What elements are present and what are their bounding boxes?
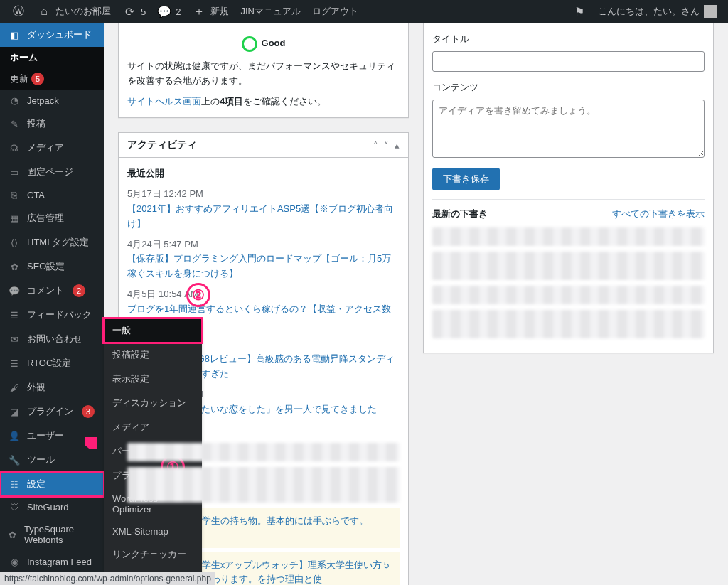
submenu-home[interactable]: ホーム <box>0 47 104 68</box>
plugins-badge: 3 <box>82 405 95 418</box>
site-health-text: サイトの状態は健康ですが、まだパフォーマンスやセキュリティを改善する余地がありま… <box>127 59 400 89</box>
menu-tools[interactable]: 🔧ツール <box>0 448 104 472</box>
wordpress-icon: ⓦ <box>11 4 26 18</box>
menu-ads[interactable]: ▦広告管理 <box>0 206 104 230</box>
menu-typesquare[interactable]: ✿TypeSquare Webfonts <box>0 518 104 551</box>
blur-row <box>432 227 705 246</box>
flag-icon: ⚑ <box>572 4 587 18</box>
font-icon: ✿ <box>7 530 18 540</box>
admin-bar: ⓦ ⌂たいのお部屋 ⟳5 💬2 ＋新規 JINマニュアル ログアウト ⚑ こんに… <box>0 0 728 23</box>
menu-cta[interactable]: ⎘CTA <box>0 184 104 206</box>
activity-link[interactable]: 【2021年】おすすめアフィリエイトASP5選【※ブログ初心者向け】 <box>127 202 400 232</box>
flyout-xmlsitemap[interactable]: XML-Sitemap <box>104 520 202 542</box>
menu-instagram[interactable]: ◉Instagram Feed <box>0 551 104 573</box>
jetpack-icon: ◔ <box>7 95 21 106</box>
submenu-dashboard: ホーム 更新5 <box>0 47 104 90</box>
instagram-icon: ◉ <box>7 557 21 567</box>
menu-pages[interactable]: ▭固定ページ <box>0 160 104 184</box>
new-label: 新規 <box>210 5 229 18</box>
health-circle-icon <box>242 36 257 52</box>
media-icon: ☊ <box>7 143 21 154</box>
mail-icon: ✉ <box>7 334 21 345</box>
draft-title-input[interactable] <box>432 51 705 72</box>
recent-publish-heading: 最近公開 <box>127 166 400 181</box>
comments-count: 2 <box>176 6 181 17</box>
shield-icon: 🛡 <box>7 502 21 512</box>
activity-date: 4月24日 5:47 PM <box>127 237 400 252</box>
quick-draft-box: タイトル コンテンツ 下書き保存 最新の下書き すべての下書きを表示 <box>423 23 714 353</box>
admin-sidebar: ◧ダッシュボード ホーム 更新5 ◔Jetpack ✎投稿 ☊メディア ▭固定ペ… <box>0 23 104 585</box>
flyout-general[interactable]: 一般 <box>104 318 202 343</box>
menu-html-tag[interactable]: ⟨⟩HTMLタグ設定 <box>0 230 104 254</box>
submenu-updates[interactable]: 更新5 <box>0 68 104 90</box>
jin-manual-link[interactable]: JINマニュアル <box>235 0 306 23</box>
title-label: タイトル <box>432 32 705 47</box>
flyout-writing[interactable]: 投稿設定 <box>104 343 202 367</box>
site-name[interactable]: ⌂たいのお部屋 <box>31 0 117 23</box>
flyout-media[interactable]: メディア <box>104 415 202 439</box>
home-icon: ⌂ <box>37 4 51 18</box>
site-health-link-line: サイトヘルス画面上の4項目をご確認ください。 <box>127 95 400 109</box>
pin-icon: ✎ <box>7 119 21 129</box>
status-bar-url: https://taichinoblog.com/wp-admin/option… <box>0 572 215 585</box>
comments-link[interactable]: 💬2 <box>151 0 186 23</box>
content-label: コンテンツ <box>432 80 705 95</box>
flyout-reading[interactable]: 表示設定 <box>104 367 202 391</box>
view-all-drafts-link[interactable]: すべての下書きを表示 <box>612 207 705 222</box>
blur-row <box>432 310 705 338</box>
user-icon: 👤 <box>7 431 21 441</box>
new-content[interactable]: ＋新規 <box>186 0 235 23</box>
activity-row: 4月24日 5:47 PM【保存版】プログラミング入門のロードマップ【ゴール：月… <box>127 237 400 281</box>
site-health-link[interactable]: サイトヘルス画面 <box>127 96 201 107</box>
blur-row <box>432 252 705 280</box>
update-icon: ⟳ <box>122 4 136 18</box>
menu-feedback[interactable]: ☰フィードバック <box>0 303 104 327</box>
draft-content-textarea[interactable] <box>432 100 705 158</box>
logout-link[interactable]: ログアウト <box>306 0 364 23</box>
sliders-icon: ☷ <box>7 479 21 490</box>
dashboard-icon: ◧ <box>7 30 21 41</box>
flyout-linkchecker[interactable]: リンクチェッカー <box>104 542 202 567</box>
toggle-icon[interactable]: ▴ <box>395 140 400 151</box>
comment-icon: 💬 <box>157 4 171 18</box>
menu-jetpack[interactable]: ◔Jetpack <box>0 90 104 112</box>
move-down-icon[interactable]: ˅ <box>384 140 389 151</box>
notify-icon[interactable]: ⚑ <box>567 0 592 23</box>
move-up-icon[interactable]: ˄ <box>373 140 378 151</box>
save-draft-button[interactable]: 下書き保存 <box>432 168 500 190</box>
menu-siteguard[interactable]: 🛡SiteGuard <box>0 496 104 518</box>
menu-appearance[interactable]: 🖌外観 <box>0 375 104 399</box>
menu-media[interactable]: ☊メディア <box>0 136 104 160</box>
activity-row: 5月17日 12:42 PM【2021年】おすすめアフィリエイトASP5選【※ブ… <box>127 187 400 231</box>
brush-icon: 🖌 <box>7 382 21 393</box>
comment-icon: 💬 <box>7 286 21 296</box>
menu-users[interactable]: 👤ユーザー <box>0 424 104 448</box>
updates-badge: 5 <box>31 73 44 85</box>
menu-plugins[interactable]: ◪プラグイン3 <box>0 399 104 424</box>
avatar <box>704 5 717 18</box>
comments-badge: 2 <box>73 284 85 297</box>
gear-icon: ✿ <box>7 262 21 272</box>
site-health-box: Good サイトの状態は健康ですが、まだパフォーマンスやセキュリティを改善する余… <box>118 23 409 118</box>
updates-link[interactable]: ⟳5 <box>117 0 151 23</box>
menu-dashboard[interactable]: ◧ダッシュボード <box>0 23 104 47</box>
user-greeting[interactable]: こんにちは、たい。さん <box>592 0 722 23</box>
activity-date: 5月17日 12:42 PM <box>127 187 400 202</box>
plus-icon: ＋ <box>192 4 206 18</box>
activity-title: アクティビティ <box>127 139 197 151</box>
link-icon: ⎘ <box>7 190 21 200</box>
menu-settings[interactable]: ☷設定 <box>0 472 104 496</box>
blur-row <box>432 286 705 304</box>
menu-seo[interactable]: ✿SEO設定 <box>0 254 104 279</box>
menu-comments[interactable]: 💬コメント2 <box>0 279 104 303</box>
menu-posts[interactable]: ✎投稿 <box>0 112 104 136</box>
menu-rtoc[interactable]: ☰RTOC設定 <box>0 351 104 375</box>
recent-drafts-heading: 最新の下書き <box>432 207 488 222</box>
wp-logo[interactable]: ⓦ <box>6 0 31 23</box>
site-health-status: Good <box>127 32 400 59</box>
menu-contact[interactable]: ✉お問い合わせ <box>0 327 104 351</box>
content-area: Good サイトの状態は健康ですが、まだパフォーマンスやセキュリティを改善する余… <box>104 23 728 585</box>
activity-link[interactable]: 【保存版】プログラミング入門のロードマップ【ゴール：月5万稼ぐスキルを身につける… <box>127 252 400 281</box>
updates-count: 5 <box>141 6 146 17</box>
flyout-discussion[interactable]: ディスカッション <box>104 391 202 415</box>
